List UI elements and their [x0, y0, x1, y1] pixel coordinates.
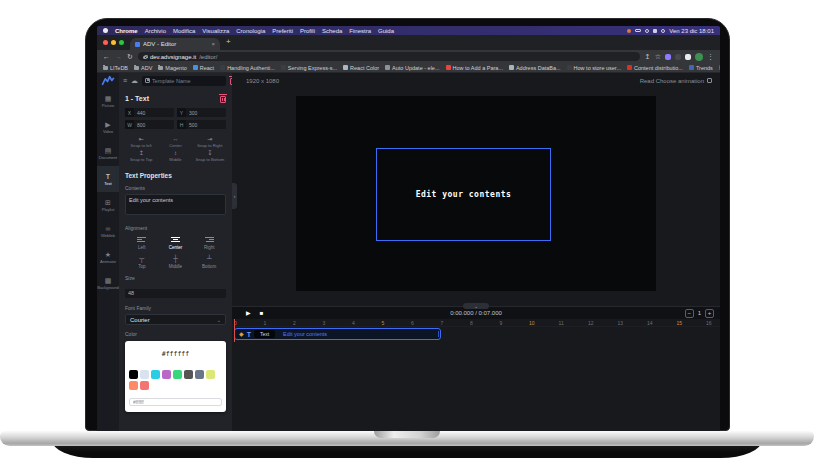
color-swatch[interactable] — [140, 370, 149, 379]
align-middle-button[interactable]: ┼ Middle — [159, 255, 193, 269]
rail-item[interactable]: T Text — [97, 166, 119, 192]
control-center-icon[interactable] — [661, 29, 665, 33]
align-right-button[interactable]: Right — [192, 236, 226, 250]
position-field[interactable]: W 800 — [125, 120, 174, 129]
position-field-value[interactable]: 500 — [186, 120, 226, 129]
share-icon[interactable]: ↥ — [645, 53, 651, 60]
timeline-ruler[interactable]: 012345678910111213141516 — [232, 319, 720, 327]
rail-item[interactable]: ▶ Video — [97, 114, 119, 140]
browser-tab[interactable]: ADV - Editor × — [130, 38, 220, 50]
menubar-item[interactable]: Visualizza — [202, 28, 229, 34]
window-minimize-button[interactable] — [111, 40, 116, 45]
rail-item[interactable]: ∞ Weblink — [97, 218, 119, 244]
text-track-clip[interactable]: ◆ T Text Edit your contents — [234, 328, 441, 340]
delete-element-icon[interactable] — [220, 96, 226, 103]
color-swatch[interactable] — [129, 381, 138, 390]
menubar-item[interactable]: Archivio — [145, 28, 166, 34]
template-name-input[interactable] — [152, 78, 223, 84]
hex-color-input[interactable] — [129, 398, 222, 406]
menubar-item[interactable]: Finestra — [349, 28, 371, 34]
bookmark-item[interactable]: How to Add a Para... — [446, 65, 503, 71]
bookmark-item[interactable]: React — [193, 65, 214, 71]
browser-menu-icon[interactable]: ⋮ — [707, 53, 714, 60]
bookmark-item[interactable]: Handling Authenti... — [220, 65, 275, 71]
bookmark-item[interactable]: Magento — [158, 65, 186, 71]
back-button[interactable]: ← — [103, 53, 110, 60]
position-field-value[interactable]: 300 — [186, 108, 226, 117]
bookmark-item[interactable]: Auto Update - ele... — [385, 65, 439, 71]
snap-button[interactable]: ↔ Center — [159, 136, 191, 148]
window-zoom-button[interactable] — [119, 40, 124, 45]
font-family-select[interactable]: Courier ⌄ — [125, 314, 226, 325]
position-field-value[interactable]: 440 — [134, 108, 174, 117]
text-element[interactable]: Edit your contents — [376, 148, 551, 241]
menubar-item[interactable]: Modifica — [173, 28, 195, 34]
reload-button[interactable]: ↻ — [127, 53, 133, 60]
bookmark-star-icon[interactable]: ☆ — [655, 53, 661, 60]
menubar-item[interactable]: Profili — [300, 28, 315, 34]
bookmark-item[interactable]: Content distributio... — [627, 65, 683, 71]
contents-textarea[interactable]: Edit your contents — [125, 194, 226, 215]
bookmark-item[interactable]: Serving Express-s... — [281, 65, 337, 71]
color-swatch[interactable] — [173, 370, 182, 379]
position-field[interactable]: Y 300 — [177, 108, 226, 117]
rail-item[interactable]: ⊞ Playlist — [97, 192, 119, 218]
color-swatch[interactable] — [140, 381, 149, 390]
new-tab-button[interactable]: + — [226, 37, 231, 46]
bookmark-item[interactable]: Address DataBa... — [509, 65, 561, 71]
snap-button[interactable]: ⇤ Snap to left — [125, 136, 157, 148]
rail-item[interactable]: ▩ Background — [97, 270, 119, 296]
color-swatch[interactable] — [195, 370, 204, 379]
rail-item[interactable]: ▤ Document — [97, 140, 119, 166]
position-field[interactable]: H 500 — [177, 120, 226, 129]
snap-button[interactable]: ↥ Snap to Top — [125, 150, 157, 162]
bookmark-item[interactable]: React Color — [343, 65, 379, 71]
bookmark-item[interactable]: Mail import Publi... — [719, 65, 720, 71]
animation-checkbox-icon[interactable] — [707, 78, 712, 83]
clip-resize-handle[interactable] — [438, 331, 439, 337]
search-icon[interactable] — [645, 29, 649, 33]
menubar-item[interactable]: Scheda — [322, 28, 342, 34]
color-swatch[interactable] — [129, 370, 138, 379]
address-bar[interactable]: dev.advsignage.it /editor/ — [138, 52, 640, 61]
extension-icon[interactable] — [675, 54, 681, 60]
app-logo[interactable] — [97, 73, 119, 88]
menubar-item[interactable]: Preferiti — [272, 28, 293, 34]
cloud-upload-icon[interactable]: ☁ — [131, 77, 138, 84]
rail-item[interactable]: ▦ Picture — [97, 88, 119, 114]
playhead[interactable] — [234, 319, 235, 342]
animation-control[interactable]: Read Choose animation — [640, 78, 712, 84]
menu-icon[interactable]: ≡ — [123, 77, 127, 84]
bookmark-item[interactable]: How to store user... — [567, 65, 621, 71]
keyframe-icon[interactable]: ◆ — [239, 331, 244, 337]
profile-avatar[interactable] — [695, 53, 703, 61]
color-swatch[interactable] — [206, 370, 215, 379]
bookmark-item[interactable]: LITeDB — [103, 65, 128, 71]
color-swatch[interactable] — [151, 370, 160, 379]
bookmark-item[interactable]: ADV — [134, 65, 152, 71]
zoom-out-button[interactable]: − — [685, 309, 694, 318]
bookmark-item[interactable]: Trends — [689, 65, 713, 71]
menubar-clock[interactable]: Ven 23 dic 18:01 — [669, 28, 714, 34]
snap-button[interactable]: ↧ Snap to Bottom — [194, 150, 226, 162]
zoom-in-button[interactable]: + — [705, 309, 714, 318]
timeline-collapse-handle[interactable]: ⌄ — [463, 303, 489, 309]
extension-icon[interactable] — [665, 54, 671, 60]
menubar-app-name[interactable]: Chrome — [115, 28, 138, 34]
position-field-value[interactable]: 800 — [134, 120, 174, 129]
battery-icon[interactable] — [635, 29, 641, 32]
wifi-icon[interactable] — [653, 29, 657, 33]
save-icon[interactable] — [145, 78, 150, 83]
design-canvas[interactable]: Edit your contents — [296, 96, 656, 291]
align-center-button[interactable]: Center — [159, 236, 193, 250]
font-size-input[interactable] — [125, 289, 226, 298]
forward-button[interactable]: → — [115, 53, 122, 60]
position-field[interactable]: X 440 — [125, 108, 174, 117]
color-swatch[interactable] — [162, 370, 171, 379]
tab-close-icon[interactable]: × — [211, 41, 215, 47]
extension-icon[interactable] — [685, 54, 691, 60]
align-bottom-button[interactable]: ┴ Bottom — [192, 255, 226, 269]
align-left-button[interactable]: Left — [125, 236, 159, 250]
menubar-status-icon[interactable] — [627, 29, 631, 33]
menubar-item[interactable]: Cronologia — [236, 28, 265, 34]
